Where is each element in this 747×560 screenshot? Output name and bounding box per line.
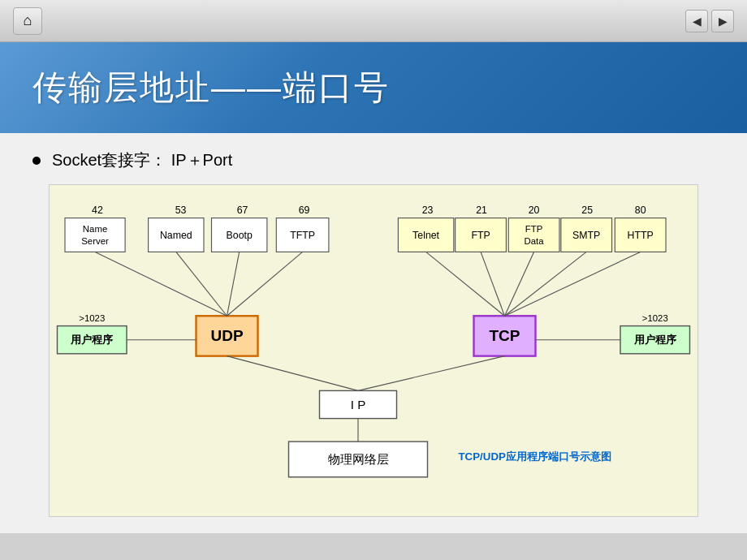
line-smtp-tcp: [505, 252, 587, 316]
title-area: 传输层地址——端口号: [0, 42, 747, 133]
user-program-left-label: 用户程序: [70, 334, 114, 346]
port-69: 69: [299, 205, 310, 216]
user-port-right-label: >1023: [642, 313, 668, 323]
port-25: 25: [581, 205, 593, 216]
prev-button[interactable]: ◀: [685, 10, 708, 32]
toolbar-left: ⌂: [13, 7, 42, 35]
ip-label: I P: [351, 398, 366, 411]
port-67: 67: [237, 205, 248, 216]
named-label: Named: [160, 230, 192, 241]
bullet-item: Socket套接字： IP＋Port: [32, 149, 715, 171]
telnet-label: Telnet: [412, 230, 440, 241]
ftp-data-label-2: Data: [525, 236, 545, 246]
tftp-label: TFTP: [290, 230, 315, 241]
line-udp-ip: [227, 356, 359, 391]
toolbar-right: ◀ ▶: [685, 10, 734, 32]
port-80: 80: [635, 205, 646, 216]
line-bootp-udp: [227, 252, 240, 316]
line-ftp-data-tcp: [505, 252, 534, 316]
next-icon: ▶: [719, 15, 728, 28]
bullet-dot-icon: [32, 157, 41, 165]
next-button[interactable]: ▶: [711, 10, 734, 32]
ftp-label: FTP: [471, 230, 490, 241]
port-42: 42: [92, 205, 103, 216]
tcp-label: TCP: [490, 327, 520, 344]
http-label: HTTP: [628, 230, 654, 241]
home-icon: ⌂: [24, 12, 32, 29]
diagram-svg: 42 53 67 69 23 21 20 25 80 Name Server N…: [50, 185, 697, 516]
port-20: 20: [529, 205, 540, 216]
name-server-label-2: Server: [81, 236, 109, 246]
toolbar: ⌂ ◀ ▶: [0, 0, 747, 42]
udp-label: UDP: [210, 327, 243, 344]
port-23: 23: [422, 205, 434, 216]
user-port-left-label: >1023: [79, 313, 105, 323]
physical-layer-label: 物理网络层: [328, 452, 389, 466]
user-program-right-label: 用户程序: [633, 334, 677, 346]
page-title: 传输层地址——端口号: [32, 65, 390, 110]
diagram-container: 42 53 67 69 23 21 20 25 80 Name Server N…: [49, 184, 698, 517]
diagram-caption: TCP/UDP应用程序端口号示意图: [459, 450, 611, 463]
line-tcp-ip: [358, 356, 505, 391]
bullet-text: Socket套接字： IP＋Port: [52, 149, 232, 171]
port-53: 53: [175, 205, 187, 216]
home-button[interactable]: ⌂: [13, 7, 42, 35]
ftp-data-label-1: FTP: [525, 224, 543, 234]
line-tftp-udp: [227, 252, 303, 316]
port-21: 21: [476, 205, 487, 216]
name-server-label-1: Name: [83, 224, 107, 234]
line-named-udp: [176, 252, 227, 316]
prev-icon: ◀: [693, 15, 702, 28]
line-http-tcp: [505, 252, 641, 316]
line-name-server-udp: [95, 252, 227, 316]
bootp-label: Bootp: [227, 230, 253, 241]
smtp-label: SMTP: [572, 230, 600, 241]
content-area: Socket套接字： IP＋Port 42 53 67 69 23 21 20 …: [0, 133, 747, 533]
